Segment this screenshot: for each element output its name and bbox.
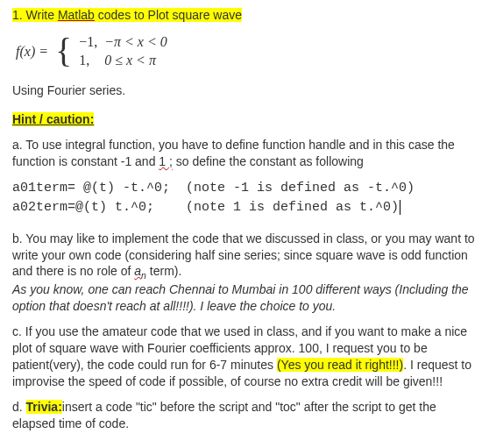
item-b-prefix: b. You may like to implement the code th… — [12, 231, 475, 279]
eqn-row1-cond: −π < x < 0 — [101, 32, 171, 52]
hint-heading: Hint / caution: — [12, 111, 477, 128]
item-b-an: an — [134, 264, 146, 278]
equation-block: f(x) = { −1, −π < x < 0 1, 0 ≤ x < π — [12, 32, 477, 70]
eqn-row2-cond: 0 ≤ x < π — [101, 51, 171, 70]
item-d: d. Trivia:insert a code "tic" before the… — [12, 399, 477, 432]
item-a: a. To use integral function, you have to… — [12, 137, 477, 170]
text-cursor-icon — [400, 200, 400, 215]
code-block: a01term= @(t) -t.^0; (note -1 is defined… — [12, 179, 477, 218]
item-a-wavy: 1 ; — [159, 154, 173, 168]
item-a-suffix: so define the constant as following — [173, 154, 364, 168]
equation-table: f(x) = { −1, −π < x < 0 1, 0 ≤ x < π — [12, 32, 171, 70]
item-b-line1: b. You may like to implement the code th… — [12, 231, 477, 282]
item-d-highlight: Trivia: — [26, 400, 62, 414]
using-line: Using Fourier series. — [12, 82, 477, 99]
eqn-fx: f(x) = — [12, 32, 52, 70]
item-d-suffix: insert a code "tic" before the script an… — [12, 400, 436, 430]
item-c: c. If you use the amateur code that we u… — [12, 324, 477, 390]
question-title: 1. Write Matlab codes to Plot square wav… — [12, 7, 477, 24]
title-matlab-word: Matlab — [58, 8, 95, 22]
item-b-suffix: term). — [146, 264, 181, 278]
eqn-brace: { — [52, 32, 75, 70]
title-highlight: 1. Write Matlab codes to Plot square wav… — [12, 8, 242, 22]
hint-label: Hint / caution: — [12, 112, 94, 126]
code-line2: a02term=@(t) t.^0; (note 1 is defined as… — [12, 200, 399, 215]
item-d-prefix: d. — [12, 400, 26, 414]
eqn-row1-val: −1, — [75, 32, 101, 52]
eqn-row2-val: 1, — [75, 51, 101, 70]
item-c-highlight: (Yes you read it right!!!) — [277, 358, 403, 372]
item-b-line2: As you know, one can reach Chennai to Mu… — [12, 281, 477, 315]
code-line1: a01term= @(t) -t.^0; (note -1 is defined… — [12, 181, 415, 196]
title-prefix: 1. Write — [12, 8, 58, 22]
item-b-an-a: a — [134, 264, 141, 278]
title-suffix: codes to Plot square wave — [95, 8, 242, 22]
item-b: b. You may like to implement the code th… — [12, 231, 477, 316]
